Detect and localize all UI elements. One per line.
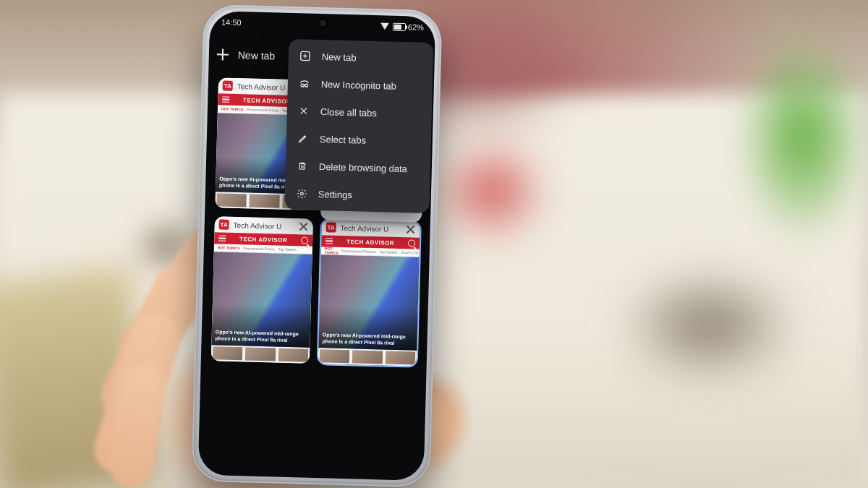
hamburger-icon xyxy=(326,238,333,244)
search-icon xyxy=(408,239,415,247)
hot-topics-label: HOT TOPICS xyxy=(325,246,339,254)
menu-label: Settings xyxy=(318,189,352,200)
thumbnail-row xyxy=(211,345,310,364)
incognito-icon xyxy=(298,77,311,90)
close-tab-icon[interactable] xyxy=(299,221,309,231)
thumbnail-row xyxy=(318,348,417,367)
menu-label: Close all tabs xyxy=(320,106,377,119)
close-tab-icon[interactable] xyxy=(405,224,415,234)
tab-title: Tech Advisor U xyxy=(341,223,401,233)
status-time: 14:50 xyxy=(221,17,242,27)
menu-item-incognito[interactable]: New Incognito tab xyxy=(287,69,433,100)
close-icon xyxy=(297,104,310,117)
menu-label: New Incognito tab xyxy=(321,79,396,92)
new-tab-icon xyxy=(299,49,312,62)
svg-point-12 xyxy=(300,192,303,194)
menu-item-settings[interactable]: Settings xyxy=(284,179,430,210)
menu-item-delete-data[interactable]: Delete browsing data xyxy=(285,152,430,183)
nav-link: Superb De xyxy=(401,250,418,255)
article-preview: Oppo's new AI-powered mid-range phone is… xyxy=(318,254,419,351)
overflow-menu: New tab New Incognito tab Close all tabs xyxy=(284,39,433,213)
gear-icon xyxy=(295,187,308,200)
menu-item-close-all[interactable]: Close all tabs xyxy=(286,97,432,128)
trash-icon xyxy=(296,159,309,172)
nav-link: Phenomenal Prices xyxy=(247,107,278,112)
menu-label: New tab xyxy=(322,51,357,63)
nav-link: Top Tablets xyxy=(379,249,397,254)
svg-point-3 xyxy=(301,84,304,87)
site-brand: TECH ADVISOR xyxy=(346,239,394,247)
phone-screen: 14:50 62% New tab xyxy=(198,11,436,481)
hamburger-icon xyxy=(222,97,229,103)
new-tab-button[interactable]: New tab xyxy=(238,49,276,61)
wifi-icon xyxy=(380,22,389,30)
site-brand: TECH ADVISOR xyxy=(239,236,287,244)
tab-title: Tech Advisor U xyxy=(234,221,294,230)
article-headline: Oppo's new AI-powered mid-range phone is… xyxy=(215,330,306,344)
menu-label: Select tabs xyxy=(320,134,367,146)
menu-label: Delete browsing data xyxy=(319,161,407,174)
menu-item-new-tab[interactable]: New tab xyxy=(288,42,433,73)
svg-rect-8 xyxy=(299,163,305,169)
plus-icon[interactable] xyxy=(216,48,229,61)
pencil-icon xyxy=(297,132,310,145)
favicon: TA xyxy=(219,219,229,229)
nav-link: Top Tablets xyxy=(278,247,297,252)
svg-point-4 xyxy=(305,84,307,87)
photo-scene: 14:50 62% New tab xyxy=(0,0,868,488)
favicon: TA xyxy=(326,222,336,232)
hamburger-icon xyxy=(218,235,226,241)
search-icon xyxy=(301,236,308,244)
hot-topics-label: HOT TOPICS xyxy=(218,245,240,250)
menu-item-select-tabs[interactable]: Select tabs xyxy=(286,124,431,155)
battery-indicator: 62% xyxy=(393,22,424,32)
tab-card-selected[interactable]: TA Tech Advisor U TECH ADVISOR HOT TOPIC… xyxy=(318,219,420,366)
hot-topics-label: HOT TOPICS xyxy=(221,106,244,111)
article-preview: Oppo's new AI-powered mid-range phone is… xyxy=(211,252,312,348)
battery-icon xyxy=(393,22,406,30)
phone: 14:50 62% New tab xyxy=(191,4,442,487)
site-brand: TECH ADVISOR xyxy=(243,97,291,105)
article-headline: Oppo's new AI-powered mid-range phone is… xyxy=(322,332,413,346)
tab-card[interactable]: TA Tech Advisor U TECH ADVISOR HOT TOPIC… xyxy=(211,216,313,363)
favicon: TA xyxy=(223,81,233,91)
nav-link: Represented Phones xyxy=(341,249,375,254)
plant-blur xyxy=(709,0,868,289)
nav-link: Phenomenal Prices xyxy=(243,246,275,251)
battery-percent: 62% xyxy=(408,22,424,32)
